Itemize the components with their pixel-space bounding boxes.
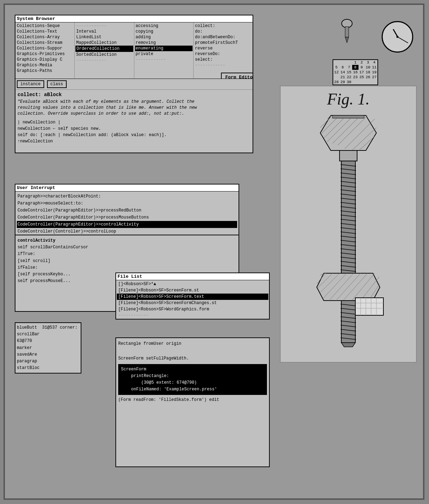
form-editor-label: Form Editor [221, 73, 253, 79]
file-list-separator: ------------ [117, 313, 268, 318]
start-block-label: startBloc [17, 365, 40, 370]
user-interrupt-window: User Interrupt Paragraph>>characterBlock… [15, 184, 239, 237]
category-item[interactable]: Graphics-Primitives [16, 51, 74, 57]
category-item[interactable]: Collections-Array [16, 34, 74, 40]
fig-illustration-area: Fig. 1. [280, 86, 417, 363]
protocol-item[interactable]: accessing [135, 23, 193, 29]
stack-trace: Paragraph>>characterBlockAtPoint: Paragr… [15, 191, 239, 236]
stack-item[interactable]: CodeController(ParagraphEditor)>>process… [17, 207, 237, 214]
file-list-content: []<Robson>SF>*▲ [Filene]<Robson>SF>Scree… [116, 280, 269, 319]
methods-panel[interactable]: collect: do: do:andBetweenDo: promoteFir… [194, 22, 253, 79]
code-line: Rectangle fromUser origin [118, 340, 267, 348]
category-item[interactable]: Collections-Suppor [16, 46, 74, 51]
user-interrupt-title: User Interrupt [15, 184, 239, 191]
protocol-item[interactable]: adding [135, 34, 193, 40]
svg-rect-1 [345, 27, 349, 37]
method-item[interactable]: do:andBetweenDo: [194, 34, 252, 40]
stack-item[interactable]: Paragraph>>mouseSelect:to: [17, 200, 237, 207]
code-line [118, 348, 267, 355]
protocol-item[interactable]: copying [135, 29, 193, 34]
paragraph-label: paragrap [17, 359, 37, 364]
scroll-bar-label: scrollBar [17, 332, 40, 337]
fig-title: Fig. 1. [281, 86, 416, 108]
method-item[interactable]: promoteFirstSuchT [194, 40, 252, 46]
clock-center [396, 36, 398, 38]
code-black-box: ScreenForm printRectangle: (30@5 extent:… [118, 364, 267, 395]
file-list-window: File List []<Robson>SF>*▲ [Filene]<Robso… [115, 273, 270, 320]
method-item[interactable]: reverse [194, 46, 252, 51]
marker-label: marker [17, 345, 32, 350]
code-area-window: Rectangle fromUser origin ScreenForm set… [115, 337, 270, 467]
main-container: System Browser Collections-Seque Collect… [4, 4, 424, 500]
blue-button-value: 31@537 corner: [42, 325, 78, 330]
instance-info-content: blueButt 31@537 corner: scrollBar 63@770… [15, 323, 81, 373]
class-item[interactable]: ------------ [75, 58, 133, 63]
file-item[interactable]: []<Robson>SF>*▲ [117, 281, 268, 287]
bolt-svg [282, 108, 415, 354]
browser-panels: Collections-Seque Collections-Text Colle… [15, 22, 253, 79]
category-item[interactable]: Graphics-Paths [16, 68, 74, 74]
svg-rect-14 [333, 115, 364, 118]
code-line-below: (Form readFrom: 'FilledSkate.form') edit [118, 396, 267, 404]
file-item[interactable]: [Filene]<Robson>SF>WordGraphics.form [117, 306, 268, 313]
protocols-panel[interactable]: accessing copying adding removing enumer… [134, 22, 194, 79]
file-item-selected[interactable]: [Filene]<Robson>SF>ScreenForm.text [117, 294, 268, 300]
stack-item[interactable]: CodeController(ParagraphEditor)>>process… [17, 214, 237, 221]
code-area-content: Rectangle fromUser origin ScreenForm set… [116, 338, 269, 406]
instance-button[interactable]: instance [17, 80, 44, 88]
category-item[interactable]: Collections-Text [16, 29, 74, 34]
file-list-title: File List [116, 273, 269, 280]
method-item[interactable]: do: [194, 29, 252, 34]
protocol-item[interactable]: removing [135, 40, 193, 46]
system-browser-window: System Browser Collections-Seque Collect… [15, 15, 253, 153]
protocol-item[interactable]: ------------ [135, 57, 193, 62]
scroll-bar-value: 63@770 [17, 338, 32, 343]
clock-widget [382, 21, 413, 53]
svg-point-0 [342, 19, 352, 28]
method-item[interactable]: ------------ [194, 62, 252, 68]
method-description: collect: aBlock "Evaluate aBlock with ea… [15, 89, 253, 153]
class-item[interactable]: ------------ [75, 23, 133, 29]
browser-buttons: instance class [15, 79, 253, 89]
protocol-item[interactable]: private [135, 51, 193, 57]
saved-area-label: savedAre [17, 352, 37, 357]
calendar-widget: 1 2 3 4 5 6 7 8 9 10 11 12 14 15 16 17 1… [333, 59, 378, 85]
class-item[interactable]: LinkedList [75, 34, 133, 40]
categories-panel[interactable]: Collections-Seque Collections-Text Colle… [15, 22, 75, 79]
method-item[interactable]: collect: [194, 23, 252, 29]
protocol-item-enumerating[interactable]: enumerating [135, 46, 193, 51]
svg-rect-66 [355, 298, 383, 315]
pen-icon [338, 18, 356, 44]
method-code: | newCollection | newCollection ← self s… [18, 119, 250, 145]
class-item[interactable]: MappedCollection [75, 40, 133, 46]
method-comment: "Evaluate aBlock with each of my element… [18, 99, 250, 116]
method-name: controlActivity [18, 237, 236, 244]
category-item[interactable]: Graphics-Display C [16, 57, 74, 62]
class-item[interactable]: Interval [75, 29, 133, 34]
blue-button-label: blueButt [17, 325, 37, 330]
method-header: collect: aBlock [18, 92, 250, 98]
method-item[interactable]: select: [194, 57, 252, 62]
class-item[interactable]: SortedCollection [75, 52, 133, 58]
svg-marker-65 [341, 343, 355, 347]
class-item-ordered-collection[interactable]: OrderedCollection [75, 46, 133, 52]
clock-minute-hand [397, 36, 408, 43]
file-item[interactable]: [Filene]<Robson>SF>ScreenFormChanges.st [117, 300, 268, 306]
file-item[interactable]: [Filene]<Robson>SF>ScreenForm.st [117, 287, 268, 294]
stack-item-selected[interactable]: CodeController(ParagraphEditor)>>control… [17, 221, 237, 228]
method-item[interactable]: reverseDo: [194, 51, 252, 57]
classes-panel[interactable]: ------------ Interval LinkedList MappedC… [75, 22, 134, 79]
class-button[interactable]: class [47, 80, 67, 88]
category-item[interactable]: Collections-Stream [16, 40, 74, 46]
stack-item[interactable]: CodeController(Controller)>>controlLoop [17, 228, 237, 235]
instance-info-window: blueButt 31@537 corner: scrollBar 63@770… [15, 322, 81, 374]
code-line: ScreenForm setFullPageWidth. [118, 355, 267, 362]
calendar-body: 1 2 3 4 5 6 7 8 9 10 11 12 14 15 16 17 1… [333, 60, 377, 85]
category-item[interactable]: Graphics-Media [16, 62, 74, 68]
svg-rect-15 [340, 150, 357, 161]
system-browser-title: System Browser [15, 15, 253, 22]
category-item[interactable]: Collections-Seque [16, 23, 74, 29]
stack-item[interactable]: Paragraph>>characterBlockAtPoint: [17, 193, 237, 200]
svg-marker-2 [345, 37, 349, 43]
